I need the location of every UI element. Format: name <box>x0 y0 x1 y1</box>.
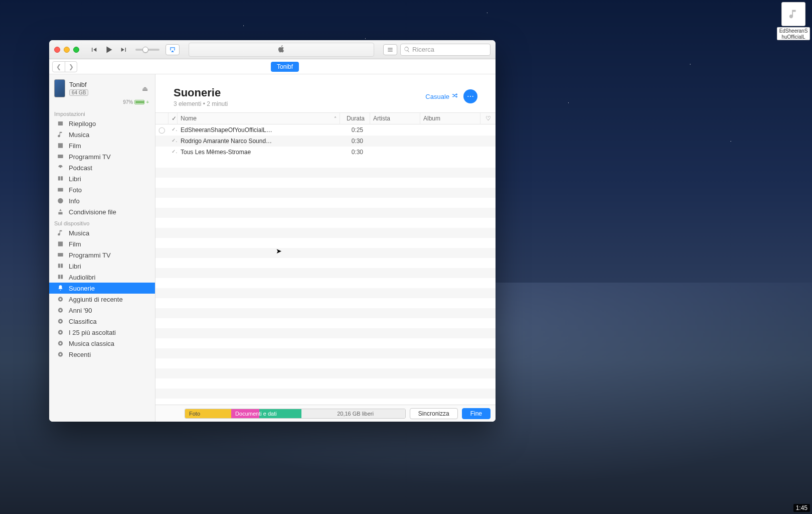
next-track-button[interactable] <box>118 44 129 55</box>
file-thumbnail-icon <box>781 2 805 26</box>
svg-point-11 <box>59 298 61 300</box>
storage-seg-docs: Documenti e dati <box>231 409 301 418</box>
empty-rows <box>155 158 496 405</box>
battery-percent: 97% <box>123 99 133 105</box>
svg-rect-8 <box>58 241 62 246</box>
window-controls <box>54 47 79 53</box>
back-button[interactable]: ❮ <box>53 62 65 72</box>
search-field[interactable]: Ricerca <box>400 44 491 56</box>
search-placeholder: Ricerca <box>412 46 434 53</box>
zoom-window-button[interactable] <box>73 47 79 53</box>
sidebar-item-dev-programmi-tv[interactable]: Programmi TV <box>49 249 155 261</box>
nav-back-forward: ❮ ❯ <box>52 61 77 72</box>
sidebar-item-info[interactable]: Info <box>49 195 155 206</box>
svg-point-15 <box>59 320 61 322</box>
sidebar-item-dev-film[interactable]: Film <box>49 238 155 249</box>
sidebar-item-foto[interactable]: Foto <box>49 184 155 195</box>
device-thumbnail-icon <box>54 79 65 97</box>
table-row[interactable]: ✓ Tous Les Mêmes-Stromae 0:30 <box>155 147 496 158</box>
eject-icon[interactable]: ⏏ <box>142 85 150 92</box>
row-name: EdSheeranShapeOfYouOfficialL… <box>178 124 340 136</box>
sidebar: Tonibf 64 GB ⏏ 97% + Impostazioni Riepil… <box>49 74 155 422</box>
sort-asc-icon: ˄ <box>334 116 337 121</box>
volume-slider[interactable] <box>135 49 159 51</box>
sidebar-item-dev-suonerie[interactable]: Suonerie <box>49 283 155 294</box>
previous-track-button[interactable] <box>88 44 99 55</box>
play-button[interactable] <box>103 44 114 55</box>
sidebar-item-dev-recenti[interactable]: Recenti <box>49 349 155 360</box>
apple-logo-icon <box>277 44 286 55</box>
table-row[interactable]: ✓ Rodrigo Amarante Narco Sound… 0:30 <box>155 136 496 147</box>
sidebar-item-film[interactable]: Film <box>49 140 155 151</box>
sidebar-item-dev-classifica[interactable]: Classifica <box>49 316 155 327</box>
desktop-file[interactable]: EdSheeranShuOfficialLy…Vi <box>777 2 810 40</box>
lcd-display <box>189 43 374 57</box>
row-check[interactable]: ✓ <box>169 147 178 158</box>
svg-rect-1 <box>58 155 63 158</box>
sidebar-item-riepilogo[interactable]: Riepilogo <box>49 118 155 129</box>
main-pane: Suonerie 3 elementi • 2 minuti Casuale ⋯ <box>155 74 496 422</box>
more-options-button[interactable]: ⋯ <box>463 89 477 103</box>
sidebar-item-dev-anni-90[interactable]: Anni '90 <box>49 305 155 316</box>
done-button[interactable]: Fine <box>462 408 491 419</box>
sidebar-item-podcast[interactable]: Podcast <box>49 162 155 173</box>
footer-bar: Foto Documenti e dati 20,16 GB liberi Si… <box>155 405 496 422</box>
row-duration: 0:25 <box>340 124 370 136</box>
row-name: Tous Les Mêmes-Stromae <box>178 147 340 158</box>
sync-button[interactable]: Sincronizza <box>410 408 458 419</box>
row-duration: 0:30 <box>340 147 370 158</box>
list-view-button[interactable] <box>383 44 397 55</box>
video-timestamp: 1:45 <box>793 504 810 512</box>
svg-point-4 <box>59 189 61 191</box>
storage-seg-free: 20,16 GB liberi <box>301 409 405 418</box>
desktop-file-name: EdSheeranShuOfficialLy…Vi <box>777 27 810 40</box>
svg-point-19 <box>59 342 61 344</box>
titlebar: Ricerca <box>49 40 496 59</box>
itunes-window: Ricerca ❮ ❯ Tonibf Tonibf 64 GB ⏏ 97% <box>49 40 496 422</box>
sidebar-section-settings: Impostazioni <box>49 108 155 118</box>
sidebar-item-dev-musica[interactable]: Musica <box>49 227 155 238</box>
sidebar-item-dev-25-ascoltati[interactable]: I 25 più ascoltati <box>49 327 155 338</box>
device-capacity: 64 GB <box>69 89 88 96</box>
shuffle-icon <box>451 92 458 101</box>
table-header: ✓ Nome˄ Durata Artista Album ♡ <box>155 112 496 124</box>
svg-rect-0 <box>58 121 62 125</box>
breadcrumb-device-pill[interactable]: Tonibf <box>271 62 299 72</box>
close-window-button[interactable] <box>54 47 60 53</box>
sidebar-item-musica[interactable]: Musica <box>49 129 155 140</box>
row-check[interactable]: ✓ <box>169 124 178 136</box>
battery-icon <box>134 100 144 104</box>
row-play-icon[interactable]: ◯ <box>155 124 169 136</box>
sidebar-item-condivisione-file[interactable]: Condivisione file <box>49 206 155 217</box>
svg-point-13 <box>59 309 61 311</box>
svg-rect-9 <box>58 253 63 256</box>
row-name: Rodrigo Amarante Narco Sound… <box>178 136 340 147</box>
sidebar-item-dev-libri[interactable]: Libri <box>49 261 155 272</box>
airplay-button[interactable] <box>166 44 180 55</box>
minimize-window-button[interactable] <box>64 47 70 53</box>
table-row[interactable]: ◯ ✓ EdSheeranShapeOfYouOfficialL… 0:25 <box>155 124 496 136</box>
search-icon <box>404 46 410 53</box>
sidebar-item-dev-aggiunti-recente[interactable]: Aggiunti di recente <box>49 294 155 305</box>
col-name[interactable]: Nome˄ <box>178 113 340 124</box>
row-check[interactable]: ✓ <box>169 136 178 147</box>
sidebar-item-libri[interactable]: Libri <box>49 173 155 184</box>
svg-rect-6 <box>60 200 60 202</box>
col-album[interactable]: Album <box>420 113 480 124</box>
col-duration[interactable]: Durata <box>340 113 370 124</box>
col-love[interactable]: ♡ <box>480 113 496 124</box>
device-header[interactable]: Tonibf 64 GB ⏏ <box>49 74 155 99</box>
forward-button[interactable]: ❯ <box>65 62 77 72</box>
tracks-table: ✓ Nome˄ Durata Artista Album ♡ ◯ ✓ EdShe… <box>155 112 496 405</box>
sidebar-item-dev-musica-classica[interactable]: Musica classica <box>49 338 155 349</box>
sidebar-item-dev-audiolibri[interactable]: Audiolibri <box>49 272 155 283</box>
shuffle-button[interactable]: Casuale <box>425 92 458 101</box>
page-subtitle: 3 elementi • 2 minuti <box>174 100 228 107</box>
svg-point-21 <box>59 353 61 355</box>
transport-controls <box>88 44 129 55</box>
col-check[interactable]: ✓ <box>169 113 178 124</box>
row-duration: 0:30 <box>340 136 370 147</box>
col-artist[interactable]: Artista <box>370 113 420 124</box>
sidebar-item-programmi-tv[interactable]: Programmi TV <box>49 151 155 162</box>
svg-point-17 <box>59 331 61 333</box>
